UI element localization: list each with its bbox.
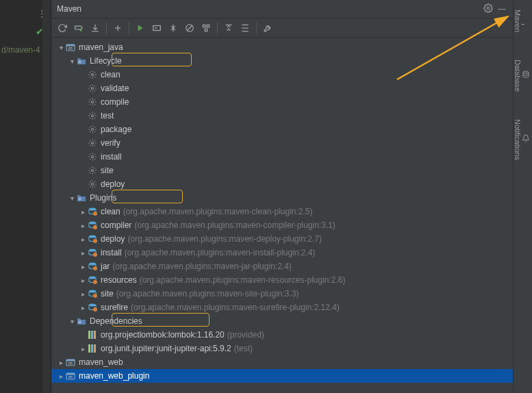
chevron-down-icon[interactable]: ▾ — [68, 194, 76, 202]
maven-settings-icon[interactable] — [259, 21, 276, 36]
svg-text:m: m — [68, 46, 73, 51]
node-scope: (provided) — [227, 330, 264, 340]
plugin-node[interactable]: ▸ deploy(org.apache.maven.plugins:maven-… — [51, 232, 513, 246]
chevron-right-icon[interactable]: ▸ — [79, 290, 87, 298]
plugin-node[interactable]: ▸ jar(org.apache.maven.plugins:maven-jar… — [51, 259, 513, 273]
toolbar-separator — [129, 22, 129, 34]
lifecycle-node[interactable]: ▾ Lifecycle — [51, 54, 513, 68]
expand-all-icon[interactable] — [237, 21, 253, 36]
chevron-right-icon[interactable]: ▸ — [79, 304, 87, 312]
project-node[interactable]: ▸ m maven_web — [51, 355, 513, 369]
node-label: compile — [101, 97, 129, 107]
settings-icon[interactable] — [481, 3, 495, 15]
tab-label: Maven — [514, 10, 522, 32]
node-label: maven_web_plugin — [79, 371, 149, 381]
toggle-offline-icon[interactable] — [165, 21, 181, 36]
chevron-down-icon[interactable]: ▾ — [68, 318, 76, 325]
plugin-node[interactable]: ▸ compiler(org.apache.maven.plugins:mave… — [51, 218, 513, 232]
project-node[interactable]: ▸ m maven_web_plugin — [51, 369, 513, 383]
svg-rect-48 — [91, 331, 93, 339]
lifecycle-goal[interactable]: package — [51, 123, 513, 136]
node-label: org.projectlombok:lombok:1.16.20 — [101, 330, 225, 340]
plugin-node[interactable]: ▸ site(org.apache.maven.plugins:maven-si… — [51, 287, 513, 301]
drag-handle-icon[interactable]: ⋮ — [37, 8, 45, 19]
chevron-right-icon[interactable]: ▸ — [79, 236, 87, 243]
project-node[interactable]: ▾ m maven_java — [51, 40, 513, 54]
node-label: org.junit.jupiter:junit-jupiter-api:5.9.… — [101, 344, 231, 353]
node-scope: (test) — [234, 344, 253, 353]
chevron-right-icon[interactable]: ▸ — [79, 345, 87, 353]
panel-title: Maven — [57, 4, 481, 14]
execute-goal-icon[interactable] — [149, 21, 165, 36]
lifecycle-goal[interactable]: verify — [51, 136, 513, 150]
svg-point-23 — [92, 115, 94, 117]
toolbar-separator — [217, 22, 218, 34]
dependencies-node[interactable]: ▾ Dependencies — [51, 314, 513, 328]
reimport-icon[interactable] — [54, 21, 71, 36]
svg-point-44 — [89, 304, 96, 307]
lifecycle-goal[interactable]: validate — [51, 81, 513, 95]
skip-tests-icon[interactable] — [181, 21, 198, 36]
inspection-ok-icon[interactable]: ✔ — [36, 26, 44, 37]
tab-database[interactable]: Database — [514, 50, 530, 92]
svg-point-32 — [89, 222, 96, 225]
right-tool-stripe: m Maven Database Notifications — [513, 0, 532, 393]
dependency-node[interactable]: ▸ org.junit.jupiter:junit-jupiter-api:5.… — [51, 342, 513, 355]
plugin-node[interactable]: ▸ clean(org.apache.maven.plugins:maven-c… — [51, 205, 513, 218]
node-icon — [87, 138, 98, 149]
chevron-right-icon[interactable]: ▸ — [79, 222, 87, 229]
node-icon — [87, 206, 98, 217]
node-icon — [87, 275, 98, 286]
lifecycle-goal[interactable]: deploy — [51, 177, 513, 191]
run-icon[interactable] — [132, 21, 149, 36]
svg-rect-29 — [79, 198, 81, 201]
plugin-node[interactable]: ▸ resources(org.apache.maven.plugins:mav… — [51, 273, 513, 287]
show-dependencies-icon[interactable] — [198, 21, 214, 36]
chevron-right-icon[interactable]: ▸ — [79, 277, 87, 284]
tab-label: Notifications — [514, 119, 522, 160]
lifecycle-goal[interactable]: test — [51, 109, 513, 123]
node-label: verify — [101, 138, 121, 148]
plugin-node[interactable]: ▸ surefire(org.apache.maven.plugins:mave… — [51, 301, 513, 314]
svg-rect-51 — [91, 344, 93, 353]
svg-point-31 — [93, 212, 97, 216]
svg-line-12 — [188, 25, 192, 30]
svg-rect-14 — [207, 25, 210, 27]
dependency-node[interactable]: org.projectlombok:lombok:1.16.20(provide… — [51, 328, 513, 342]
minimize-icon[interactable]: — — [495, 4, 509, 14]
chevron-right-icon[interactable]: ▸ — [57, 372, 65, 380]
maven-m-icon: m — [522, 15, 531, 25]
generate-sources-icon[interactable] — [71, 21, 87, 36]
collapse-all-icon[interactable] — [220, 21, 237, 36]
chevron-right-icon[interactable]: ▸ — [79, 249, 87, 257]
lifecycle-goal[interactable]: clean — [51, 68, 513, 81]
chevron-down-icon[interactable]: ▾ — [57, 44, 65, 51]
download-sources-icon[interactable] — [87, 21, 103, 36]
node-label: site — [101, 166, 114, 175]
chevron-right-icon[interactable]: ▸ — [57, 359, 65, 366]
chevron-down-icon[interactable]: ▾ — [68, 58, 76, 65]
node-icon — [87, 343, 98, 354]
node-label: maven_web — [79, 357, 123, 367]
maven-tree[interactable]: ▾ m maven_java ▾ Lifecycle clean validat… — [51, 38, 513, 393]
svg-point-1 — [79, 29, 82, 31]
add-project-icon[interactable] — [110, 21, 126, 36]
lifecycle-goal[interactable]: site — [51, 164, 513, 177]
toolbar-separator — [106, 22, 107, 34]
lifecycle-goal[interactable]: compile — [51, 95, 513, 109]
svg-rect-13 — [203, 25, 205, 27]
plugin-node[interactable]: ▸ install(org.apache.maven.plugins:maven… — [51, 246, 513, 259]
node-icon: m — [65, 42, 76, 53]
chevron-right-icon[interactable]: ▸ — [79, 263, 87, 270]
chevron-right-icon[interactable]: ▸ — [79, 208, 87, 216]
svg-point-41 — [93, 280, 97, 284]
node-icon: m — [65, 370, 76, 381]
node-label: Dependencies — [90, 316, 142, 326]
svg-point-25 — [92, 142, 94, 144]
plugins-node[interactable]: ▾ Plugins — [51, 191, 513, 205]
tab-notifications[interactable]: Notifications — [514, 110, 530, 160]
lifecycle-goal[interactable]: install — [51, 150, 513, 164]
tab-maven[interactable]: m Maven — [514, 0, 531, 32]
node-label: site — [101, 289, 114, 299]
node-icon — [87, 151, 98, 162]
